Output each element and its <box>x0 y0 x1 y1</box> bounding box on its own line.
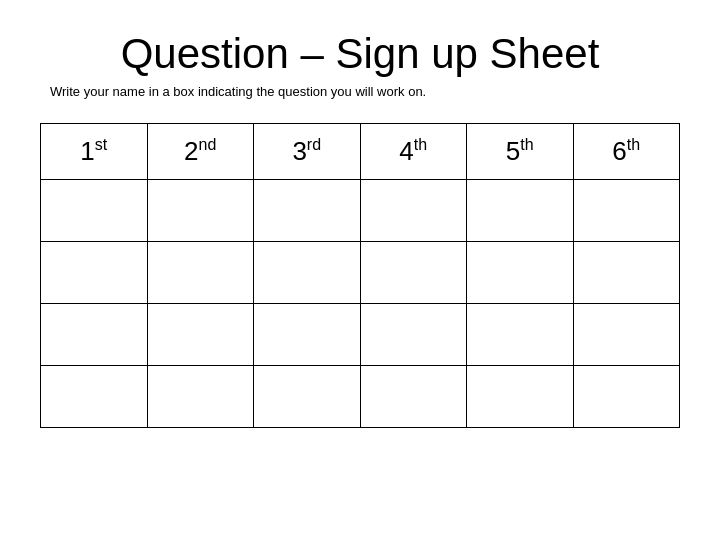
page-container: Question – Sign up Sheet Write your name… <box>0 0 720 540</box>
cell-r1-c4[interactable] <box>360 180 467 242</box>
cell-r2-c3[interactable] <box>254 242 361 304</box>
cell-r2-c2[interactable] <box>147 242 254 304</box>
table-row <box>41 180 680 242</box>
table-row <box>41 242 680 304</box>
cell-r1-c5[interactable] <box>467 180 574 242</box>
col-header-3rd: 3rd <box>254 124 361 180</box>
cell-r3-c3[interactable] <box>254 304 361 366</box>
col-header-1st: 1st <box>41 124 148 180</box>
sign-up-table-wrapper: 1st 2nd 3rd 4th 5th 6th <box>40 123 680 428</box>
cell-r4-c4[interactable] <box>360 366 467 428</box>
cell-r2-c1[interactable] <box>41 242 148 304</box>
col-header-6th: 6th <box>573 124 680 180</box>
cell-r3-c2[interactable] <box>147 304 254 366</box>
cell-r1-c1[interactable] <box>41 180 148 242</box>
col-header-2nd: 2nd <box>147 124 254 180</box>
cell-r1-c2[interactable] <box>147 180 254 242</box>
cell-r4-c1[interactable] <box>41 366 148 428</box>
page-subtitle: Write your name in a box indicating the … <box>50 84 426 99</box>
table-row <box>41 366 680 428</box>
col-header-5th: 5th <box>467 124 574 180</box>
cell-r4-c5[interactable] <box>467 366 574 428</box>
header-row: 1st 2nd 3rd 4th 5th 6th <box>41 124 680 180</box>
cell-r4-c3[interactable] <box>254 366 361 428</box>
cell-r3-c5[interactable] <box>467 304 574 366</box>
col-header-4th: 4th <box>360 124 467 180</box>
cell-r1-c3[interactable] <box>254 180 361 242</box>
table-row <box>41 304 680 366</box>
cell-r3-c1[interactable] <box>41 304 148 366</box>
cell-r1-c6[interactable] <box>573 180 680 242</box>
page-title: Question – Sign up Sheet <box>121 30 600 78</box>
cell-r2-c6[interactable] <box>573 242 680 304</box>
cell-r4-c2[interactable] <box>147 366 254 428</box>
cell-r4-c6[interactable] <box>573 366 680 428</box>
cell-r3-c4[interactable] <box>360 304 467 366</box>
cell-r2-c5[interactable] <box>467 242 574 304</box>
cell-r3-c6[interactable] <box>573 304 680 366</box>
cell-r2-c4[interactable] <box>360 242 467 304</box>
sign-up-table: 1st 2nd 3rd 4th 5th 6th <box>40 123 680 428</box>
